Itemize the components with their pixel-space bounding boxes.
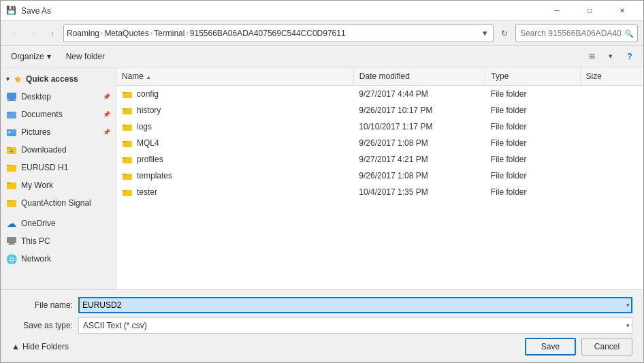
cell-name: history — [116, 102, 353, 119]
cell-name: config — [116, 86, 353, 102]
cell-type: File folder — [485, 168, 580, 184]
svg-rect-18 — [7, 237, 16, 243]
star-icon: ★ — [14, 74, 22, 84]
hide-folders-arrow: ▲ — [12, 342, 20, 351]
column-size[interactable]: Size — [580, 67, 643, 85]
maximize-button[interactable]: □ — [574, 1, 605, 21]
svg-rect-28 — [123, 141, 127, 142]
cell-size — [580, 135, 643, 151]
sidebar-item-mywork[interactable]: My Work — [1, 176, 116, 194]
button-row: ▲ Hide Folders Save Cancel — [12, 338, 632, 356]
downloaded-folder-icon — [6, 144, 17, 155]
column-type[interactable]: Type — [485, 67, 580, 85]
close-button[interactable]: ✕ — [607, 1, 638, 21]
view-dropdown-button[interactable]: ▾ — [602, 48, 619, 65]
sidebar-item-thispc[interactable]: This PC — [1, 232, 116, 250]
desktop-icon — [6, 91, 17, 102]
new-folder-button[interactable]: New folder — [61, 48, 110, 65]
hide-folders-label: Hide Folders — [22, 342, 69, 351]
file-table: Name ▲ Date modified Type Size — [116, 67, 643, 200]
row-folder-icon — [122, 138, 133, 148]
row-name: templates — [137, 171, 172, 180]
svg-rect-22 — [123, 92, 127, 93]
cell-date: 9/26/2017 1:08 PM — [353, 168, 485, 184]
pin-icon-pictures: 📌 — [103, 129, 110, 136]
quick-access-label: Quick access — [26, 74, 78, 84]
organize-label: Organize — [11, 52, 44, 61]
svg-rect-0 — [7, 93, 16, 99]
sidebar-item-downloaded[interactable]: Downloaded — [1, 141, 116, 159]
cell-date: 9/26/2017 10:17 PM — [353, 102, 485, 119]
row-name: logs — [137, 122, 152, 131]
address-dropdown-button[interactable]: ▾ — [479, 26, 490, 41]
pictures-icon — [6, 127, 17, 138]
sort-arrow-name: ▲ — [146, 74, 151, 80]
minimize-button[interactable]: ─ — [541, 1, 573, 21]
breadcrumb-terminal: Terminal — [154, 29, 184, 38]
svg-rect-30 — [123, 157, 127, 159]
sidebar-label-desktop: Desktop — [21, 92, 51, 101]
svg-rect-13 — [7, 165, 11, 166]
sidebar-item-quantaction[interactable]: QuantAction Signal — [1, 194, 116, 212]
filename-row: File name: ▾ — [12, 297, 632, 313]
pin-icon-desktop: 📌 — [103, 93, 110, 100]
table-row[interactable]: MQL4 9/26/2017 1:08 PM File folder — [116, 135, 643, 151]
sidebar-label-onedrive: OneDrive — [21, 219, 56, 228]
network-icon: 🌐 — [6, 253, 17, 264]
cell-name: profiles — [116, 151, 353, 168]
help-button[interactable]: ? — [622, 48, 638, 65]
row-folder-icon — [122, 121, 133, 132]
refresh-button[interactable]: ↻ — [496, 25, 513, 42]
svg-rect-34 — [123, 190, 127, 191]
sidebar-item-eurusd[interactable]: EURUSD H1 — [1, 159, 116, 176]
cell-type: File folder — [485, 102, 580, 119]
table-row[interactable]: templates 9/26/2017 1:08 PM File folder — [116, 168, 643, 184]
address-bar[interactable]: Roaming › MetaQuotes › Terminal › 915566… — [63, 25, 494, 42]
cell-size — [580, 119, 643, 135]
eurusd-folder-icon — [6, 162, 17, 173]
sidebar-item-desktop[interactable]: Desktop 📌 — [1, 88, 116, 106]
save-as-dialog: 💾 Save As ─ □ ✕ ‹ › ↑ Roaming › MetaQuot… — [0, 0, 644, 363]
table-row[interactable]: profiles 9/27/2017 4:21 PM File folder — [116, 151, 643, 168]
cancel-button[interactable]: Cancel — [581, 338, 632, 356]
save-button[interactable]: Save — [525, 338, 576, 356]
column-name-label: Name — [122, 72, 144, 81]
forward-button[interactable]: › — [25, 25, 42, 42]
breadcrumb-metaquotes: MetaQuotes — [104, 29, 148, 38]
up-button[interactable]: ↑ — [44, 25, 61, 42]
svg-point-8 — [9, 131, 11, 133]
view-button[interactable]: ⊞ — [583, 48, 600, 65]
cell-type: File folder — [485, 151, 580, 168]
sidebar-item-pictures[interactable]: Pictures 📌 — [1, 123, 116, 141]
organize-button[interactable]: Organize ▾ — [6, 48, 56, 65]
column-date[interactable]: Date modified — [353, 67, 485, 85]
row-folder-icon — [122, 170, 133, 181]
sidebar-label-mywork: My Work — [21, 180, 53, 190]
column-size-label: Size — [586, 72, 602, 81]
table-row[interactable]: config 9/27/2017 4:44 PM File folder — [116, 85, 643, 102]
quick-access-header[interactable]: ▾ ★ Quick access — [1, 70, 116, 88]
cell-date: 10/10/2017 1:17 PM — [353, 119, 485, 135]
sidebar-label-documents: Documents — [21, 110, 63, 119]
breadcrumb-hash: 915566BA06ADA407569C544CC0D97611 — [190, 29, 346, 38]
quantaction-folder-icon — [6, 198, 17, 208]
sidebar-item-network[interactable]: 🌐 Network — [1, 250, 116, 268]
back-button[interactable]: ‹ — [6, 25, 22, 42]
sidebar-item-onedrive[interactable]: ☁ OneDrive — [1, 215, 116, 232]
filename-input[interactable] — [78, 297, 632, 313]
savetype-select[interactable]: ASCII Text (*.csv) — [78, 317, 632, 334]
sidebar-item-documents[interactable]: Documents 📌 — [1, 106, 116, 123]
filename-input-wrapper: ▾ — [78, 297, 632, 313]
column-name[interactable]: Name ▲ — [116, 67, 353, 85]
quick-access-arrow: ▾ — [6, 76, 10, 82]
cell-type: File folder — [485, 119, 580, 135]
table-row[interactable]: history 9/26/2017 10:17 PM File folder — [116, 102, 643, 119]
title-bar: 💾 Save As ─ □ ✕ — [1, 1, 643, 21]
organize-chevron: ▾ — [47, 52, 51, 61]
organize-toolbar: Organize ▾ New folder ⊞ ▾ ? — [1, 46, 643, 67]
table-row[interactable]: logs 10/10/2017 1:17 PM File folder — [116, 119, 643, 135]
hide-folders-toggle[interactable]: ▲ Hide Folders — [12, 342, 69, 351]
file-rows-body: config 9/27/2017 4:44 PM File folder his… — [116, 85, 643, 200]
search-input[interactable] — [515, 25, 638, 42]
table-row[interactable]: tester 10/4/2017 1:35 PM File folder — [116, 184, 643, 200]
